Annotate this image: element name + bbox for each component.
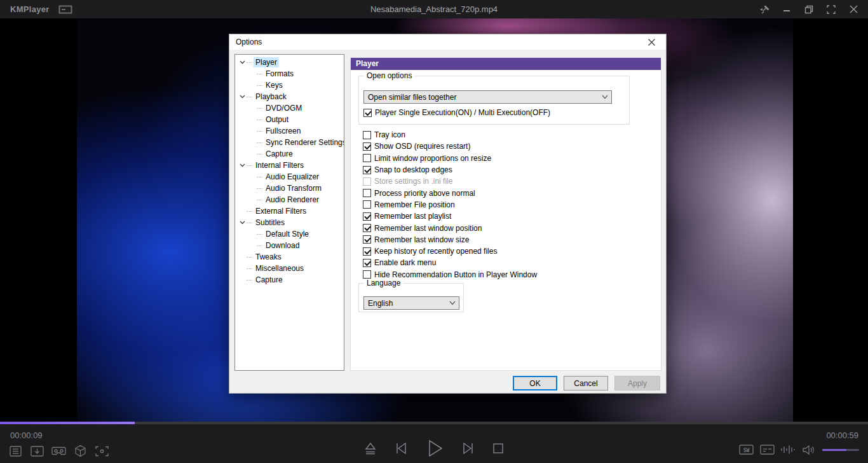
option-checkbox[interactable]: Process priority above normal — [363, 187, 537, 198]
tree-item-label[interactable]: DVD/OGM — [264, 103, 304, 113]
main-menu-button[interactable] — [58, 5, 72, 14]
checkbox-label: Hide Recommendation Button in Player Win… — [374, 270, 537, 279]
tree-item-label[interactable]: Audio Transform — [264, 183, 323, 193]
chevron-down-icon — [252, 104, 257, 113]
checkbox-box[interactable] — [363, 131, 371, 139]
tree-item-label[interactable]: Keys — [264, 80, 285, 90]
volume-icon[interactable] — [801, 443, 817, 456]
checkbox-box[interactable] — [363, 235, 371, 244]
dialog-close-icon[interactable] — [642, 34, 661, 50]
tree-item-label[interactable]: Subtitles — [254, 218, 287, 228]
checkbox-box[interactable] — [363, 270, 371, 279]
tree-item-label[interactable]: Formats — [264, 69, 295, 79]
language-select[interactable]: English — [363, 296, 459, 310]
checkbox-box[interactable] — [363, 247, 371, 256]
tree-item-label[interactable]: Playback — [254, 92, 288, 102]
tree-item-label[interactable]: Default Style — [264, 229, 311, 239]
tree-item[interactable]: Audio Equalizer — [235, 171, 344, 183]
cancel-button[interactable]: Cancel — [564, 376, 608, 390]
tree-item[interactable]: Fullscreen — [235, 125, 344, 137]
tree-connector — [257, 120, 262, 120]
tree-connector — [257, 131, 262, 132]
tree-item[interactable]: Sync Renderer Settings — [235, 137, 344, 148]
open-options-label: Open options — [364, 71, 414, 80]
tree-item-label[interactable]: Output — [264, 114, 290, 125]
ok-button[interactable]: OK — [513, 376, 557, 390]
checkbox-box[interactable] — [363, 189, 371, 197]
checkbox-box[interactable] — [363, 109, 372, 117]
tree-item[interactable]: Formats — [235, 68, 344, 79]
tree-item[interactable]: Download — [235, 240, 344, 251]
seek-bar[interactable] — [0, 422, 868, 424]
checkbox-box[interactable] — [363, 154, 371, 162]
option-checkbox[interactable]: Limit window proportions on resize — [363, 153, 537, 164]
app-logo[interactable]: KMPlayer — [10, 4, 50, 14]
option-checkbox[interactable]: Store settings in .ini file — [363, 176, 537, 187]
restore-icon[interactable] — [801, 2, 817, 17]
tree-item[interactable]: Default Style — [235, 228, 344, 240]
tree-item[interactable]: Audio Transform — [235, 183, 344, 194]
tree-item[interactable]: Capture — [235, 274, 344, 286]
tree-item-label[interactable]: Tweaks — [254, 252, 283, 262]
tree-item-label[interactable]: Capture — [254, 275, 285, 285]
tree-item-label[interactable]: Miscellaneous — [254, 263, 306, 273]
tree-item[interactable]: DVD/OGM — [235, 102, 344, 114]
checkbox-box[interactable] — [363, 200, 371, 209]
single-execution-checkbox[interactable]: Player Single Execution(ON) / Multi Exec… — [363, 107, 550, 118]
tree-item-label[interactable]: External Filters — [254, 206, 308, 216]
tree-item[interactable]: Keys — [235, 79, 344, 91]
fullscreen-icon[interactable] — [823, 2, 839, 17]
close-icon[interactable] — [845, 2, 862, 17]
option-checkbox[interactable]: Show OSD (requires restart) — [363, 141, 537, 152]
checkbox-label: Player Single Execution(ON) / Multi Exec… — [375, 108, 550, 117]
tree-item[interactable]: Playback — [235, 91, 344, 102]
chevron-down-icon — [252, 149, 257, 158]
tree-item[interactable]: Capture — [235, 148, 344, 160]
tree-item[interactable]: Subtitles — [235, 217, 344, 228]
tree-item[interactable]: Internal Filters — [235, 160, 344, 171]
checkbox-box[interactable] — [363, 212, 371, 221]
tree-item-label[interactable]: Audio Renderer — [264, 195, 321, 205]
eject-button[interactable] — [364, 441, 377, 455]
option-checkbox[interactable]: Enable dark menu — [363, 257, 537, 268]
play-button[interactable] — [425, 439, 444, 458]
volume-slider[interactable] — [822, 449, 859, 451]
sw-decoder-icon[interactable]: SW — [738, 443, 754, 456]
option-checkbox[interactable]: Keep history of recently opened files — [363, 245, 537, 257]
stop-button[interactable] — [492, 443, 504, 454]
tree-item-label[interactable]: Internal Filters — [254, 160, 306, 170]
tree-item-label[interactable]: Sync Renderer Settings — [264, 137, 344, 148]
option-checkbox[interactable]: Remember File position — [363, 199, 537, 211]
option-checkbox[interactable]: Tray icon — [363, 129, 537, 141]
checkbox-label: Remember last playlist — [374, 212, 451, 221]
checkbox-box[interactable] — [363, 177, 371, 186]
checkbox-box[interactable] — [363, 224, 371, 232]
option-checkbox[interactable]: Remember last window position — [363, 222, 537, 233]
checkbox-box[interactable] — [363, 166, 371, 174]
pin-icon[interactable] — [756, 2, 773, 17]
tree-item[interactable]: Output — [235, 114, 344, 125]
equalizer-icon[interactable] — [780, 443, 796, 456]
tree-item-label[interactable]: Player — [254, 57, 279, 67]
tree-item[interactable]: Player — [235, 57, 344, 68]
open-mode-select[interactable]: Open similar files together — [363, 90, 612, 104]
checkbox-box[interactable] — [363, 259, 371, 267]
tree-item[interactable]: Miscellaneous — [235, 263, 344, 274]
tree-item[interactable]: External Filters — [235, 205, 344, 217]
tree-connector — [257, 108, 262, 109]
next-button[interactable] — [461, 441, 475, 455]
option-checkbox[interactable]: Remember last playlist — [363, 211, 537, 222]
option-checkbox[interactable]: Snap to desktop edges — [363, 164, 537, 176]
option-checkbox[interactable]: Remember last window size — [363, 234, 537, 245]
tree-item-label[interactable]: Download — [264, 240, 301, 251]
tree-item-label[interactable]: Fullscreen — [264, 126, 302, 136]
checkbox-box[interactable] — [363, 142, 371, 151]
tree-item[interactable]: Audio Renderer — [235, 194, 344, 205]
panel-header: Player — [351, 58, 661, 70]
subtitles-icon[interactable] — [759, 443, 775, 456]
minimize-icon[interactable] — [778, 2, 795, 17]
tree-item[interactable]: Tweaks — [235, 251, 344, 263]
tree-item-label[interactable]: Capture — [264, 149, 295, 159]
tree-item-label[interactable]: Audio Equalizer — [264, 172, 321, 182]
previous-button[interactable] — [394, 441, 408, 455]
